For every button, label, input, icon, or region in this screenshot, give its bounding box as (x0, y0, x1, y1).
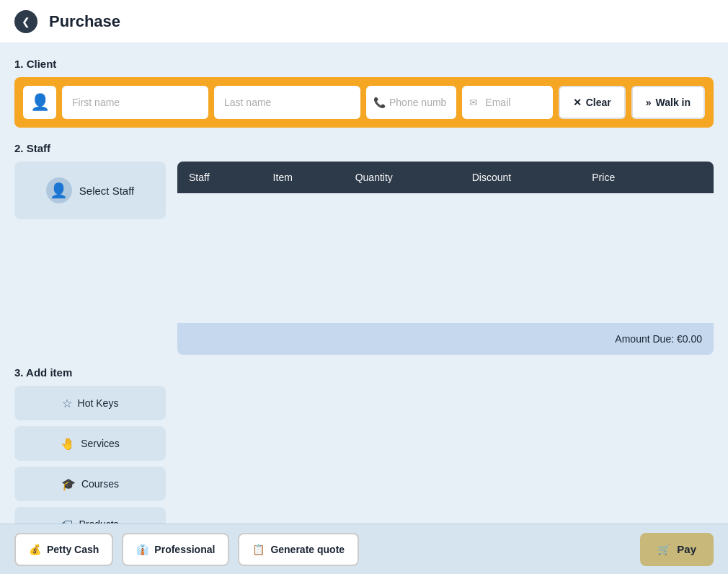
footer: 💰 Petty Cash 👔 Professional 📋 Generate q… (0, 524, 728, 574)
products-button[interactable]: 🏷 Products (14, 507, 166, 524)
tag-icon: 🏷 (61, 518, 73, 524)
col-staff: Staff (177, 162, 262, 193)
add-item-section-label: 3. Add item (14, 366, 714, 379)
staff-avatar-icon: 👤 (46, 177, 72, 203)
petty-cash-button[interactable]: 💰 Petty Cash (14, 533, 113, 566)
walk-in-chevrons-icon: » (646, 97, 652, 108)
phone-input-wrapper: 📞 (366, 86, 456, 119)
items-table: Staff Item Quantity Discount Price (177, 162, 714, 323)
back-button[interactable]: ❮ (14, 10, 37, 33)
services-button[interactable]: 🤚 Services (14, 426, 166, 461)
generate-quote-button[interactable]: 📋 Generate quote (238, 533, 359, 566)
walk-in-button[interactable]: » Walk in (631, 86, 705, 119)
staff-section-label: 2. Staff (14, 142, 714, 154)
col-actions (669, 162, 714, 193)
select-staff-button[interactable]: 👤 Select Staff (14, 162, 166, 219)
clear-button[interactable]: ✕ Clear (559, 86, 626, 119)
clear-x-icon: ✕ (573, 97, 582, 108)
staff-person-icon: 👤 (50, 182, 68, 199)
staff-table-container: Staff Item Quantity Discount Price (177, 162, 714, 355)
back-icon: ❮ (22, 16, 30, 27)
courses-button[interactable]: 🎓 Courses (14, 467, 166, 501)
email-input[interactable] (462, 86, 552, 119)
staff-left-panel: 👤 Select Staff (14, 162, 166, 355)
professional-icon: 👔 (136, 544, 148, 555)
client-bar: 👤 📞 ✉ ✕ Clear » Walk in (14, 77, 714, 128)
empty-body (177, 386, 714, 524)
client-avatar-button[interactable]: 👤 (23, 86, 56, 119)
last-name-input[interactable] (214, 86, 360, 119)
hot-keys-button[interactable]: ☆ Hot Keys (14, 386, 166, 420)
page-title: Purchase (49, 12, 120, 31)
pay-button[interactable]: 🛒 Pay (640, 533, 714, 566)
empty-row (177, 193, 714, 323)
user-icon: 👤 (30, 93, 50, 112)
generate-quote-icon: 📋 (252, 544, 265, 555)
col-quantity: Quantity (344, 162, 461, 193)
star-icon: ☆ (62, 397, 72, 410)
amount-due-row: Amount Due: €0.00 (177, 323, 714, 355)
item-buttons-panel: ☆ Hot Keys 🤚 Services 🎓 Courses 🏷 Produc… (14, 386, 166, 524)
professional-button[interactable]: 👔 Professional (122, 533, 229, 566)
phone-input[interactable] (366, 86, 456, 119)
add-item-section: 3. Add item ☆ Hot Keys 🤚 Services 🎓 Cour… (14, 366, 714, 524)
main-content: 1. Client 👤 📞 ✉ ✕ Clear » Walk in (0, 43, 728, 524)
hand-icon: 🤚 (61, 437, 75, 451)
staff-section: 2. Staff 👤 Select Staff Staff Item Q (14, 142, 714, 355)
client-section: 1. Client 👤 📞 ✉ ✕ Clear » Walk in (14, 58, 714, 128)
col-item: Item (262, 162, 344, 193)
grad-icon: 🎓 (61, 477, 76, 491)
col-price: Price (580, 162, 669, 193)
petty-cash-icon: 💰 (29, 544, 41, 555)
header: ❮ Purchase (0, 0, 728, 43)
client-section-label: 1. Client (14, 58, 714, 70)
first-name-input[interactable] (62, 86, 208, 119)
cart-icon: 🛒 (657, 543, 671, 556)
add-item-right-panel (177, 386, 714, 524)
col-discount: Discount (461, 162, 581, 193)
add-item-layout: ☆ Hot Keys 🤚 Services 🎓 Courses 🏷 Produc… (14, 386, 714, 524)
email-input-wrapper: ✉ (462, 86, 552, 119)
staff-layout: 👤 Select Staff Staff Item Quantity Disco… (14, 162, 714, 355)
